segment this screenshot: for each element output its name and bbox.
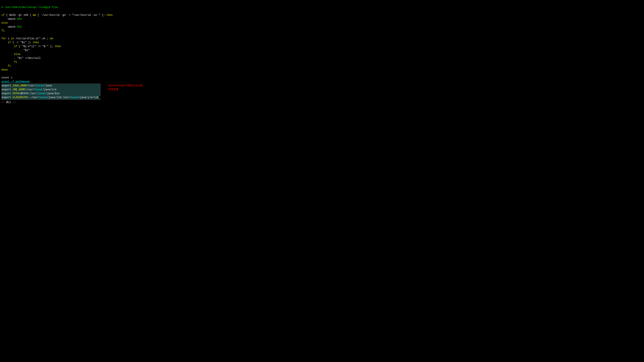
code-line-for: for i in /etc/profile.d/*.sh ; do — [2, 37, 53, 40]
code-editor: # /usr/share/doc/setup-*/uidgid file if … — [2, 1, 642, 84]
code-line-else2: else — [2, 53, 20, 56]
code-line-if2: if [ -r "$i" ]; then — [2, 41, 39, 44]
code-line-else1: else — [2, 21, 8, 24]
code-line-umask1: umask 002 — [2, 17, 22, 20]
annotation-text: 在pathmunge下面插入这几段 环境变量 — [108, 84, 143, 91]
code-line-umask2: umask 022 — [2, 25, 22, 28]
code-line-done: done — [2, 68, 8, 71]
status-bar: -- 插入 -- — [2, 100, 642, 104]
export-line2: export JRE_HOME=/usr/local/java/jre — [2, 88, 100, 92]
export-line3: export PATH=$PATH:/usr/local/java/bin — [2, 92, 100, 95]
export-line4: export CLASSPATH=.:/usr/local/java/lib:/… — [2, 95, 100, 99]
code-line-dot2: . "$i" >/dev/null — [2, 57, 40, 60]
code-line-if3: if [ "${-#*i}" != "$-" ]; then — [2, 45, 61, 48]
annotation-line2: 环境变量 — [108, 87, 143, 91]
selected-code-block: export JAVA_HOME=/usr/local/java export … — [2, 84, 100, 100]
insert-region: export JAVA_HOME=/usr/local/java export … — [2, 84, 642, 100]
export-line1: export JAVA_HOME=/usr/local/java — [2, 84, 100, 88]
code-line-unset1: unset i — [2, 76, 12, 79]
annotation-line1: 在pathmunge下面插入这几段 — [108, 84, 143, 87]
code-line-if: if [ $UID -gt 199 ] && [ `/usr/bin/id -g… — [2, 13, 113, 16]
code-line-fi2: fi — [2, 60, 17, 63]
code-line-dot1: . "$i" — [2, 49, 30, 52]
code-line-fi3: fi — [2, 64, 11, 67]
code-line-fi1: fi — [2, 29, 5, 32]
comment-line: # /usr/share/doc/setup-*/uidgid file — [2, 5, 58, 9]
status-insert-label: -- 插入 -- — [2, 101, 16, 104]
code-line-unset2: unset -f pathmunge — [2, 80, 30, 83]
